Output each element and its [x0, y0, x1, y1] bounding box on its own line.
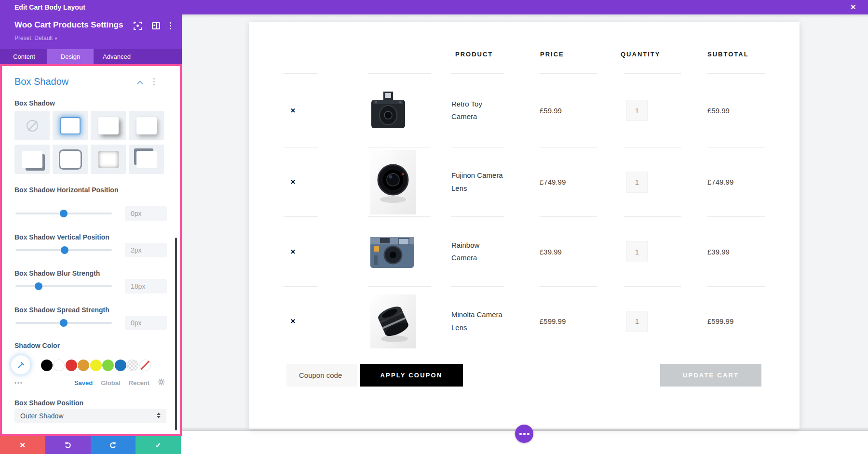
shadow-color-label: Shadow Color — [14, 341, 60, 351]
cart-row: ✕ Minolta Camera — [249, 286, 800, 356]
settings-title: Woo Cart Products Settings — [14, 20, 123, 30]
cart-row: ✕ Retro ToyCamera £59.99 1 £59.99 — [249, 73, 800, 147]
tab-design[interactable]: Design — [47, 49, 94, 64]
slider-track[interactable] — [15, 213, 112, 214]
shadow-preset-selected[interactable] — [53, 111, 88, 140]
undo-button[interactable] — [45, 436, 91, 454]
product-subtotal: £59.99 — [707, 107, 730, 115]
color-swatch-green[interactable] — [102, 360, 114, 371]
vertical-position-slider: 2px — [14, 243, 169, 257]
slider-track[interactable] — [15, 322, 112, 324]
blur-strength-label: Box Shadow Blur Strength — [14, 268, 100, 279]
blur-strength-value[interactable]: 18px — [125, 279, 167, 294]
settings-panel: Woo Cart Products Settings Preset: Defau… — [0, 14, 182, 454]
panel-options-kebab-icon[interactable] — [170, 22, 171, 29]
quantity-input[interactable]: 1 — [626, 311, 648, 332]
slider-thumb[interactable] — [61, 246, 68, 254]
column-header-subtotal: SUBTOTAL — [707, 51, 749, 58]
column-header-price: PRICE — [540, 51, 564, 58]
quantity-input[interactable]: 1 — [626, 172, 648, 193]
redo-button[interactable] — [91, 436, 136, 454]
more-colors-dots-icon[interactable]: ••• — [14, 380, 23, 386]
remove-item-icon[interactable]: ✕ — [290, 248, 296, 255]
product-price: £39.99 — [540, 248, 562, 256]
slider-thumb[interactable] — [60, 319, 68, 327]
coupon-code-input[interactable] — [286, 364, 357, 387]
product-image-fujinon-lens — [370, 150, 416, 214]
product-subtotal: £39.99 — [707, 248, 730, 256]
slider-track[interactable] — [15, 285, 112, 287]
color-swatch-transparent[interactable] — [127, 360, 138, 371]
shadow-preset-inner[interactable] — [91, 145, 126, 174]
discard-button[interactable]: ✕ — [0, 436, 45, 454]
palette-tab-recent[interactable]: Recent — [129, 379, 149, 387]
close-icon: ✕ — [20, 441, 26, 450]
slider-thumb[interactable] — [35, 282, 42, 290]
vertical-position-label: Box Shadow Vertical Position — [14, 232, 109, 243]
horizontal-position-value[interactable]: 0px — [125, 206, 167, 221]
color-swatch-orange[interactable] — [78, 360, 89, 371]
product-image-retro-toy-camera — [370, 91, 406, 130]
box-shadow-position-select[interactable]: Outer Shadow — [14, 409, 166, 423]
settings-tab-bar: Content Design Advanced — [0, 49, 182, 64]
palette-tab-saved[interactable]: Saved — [74, 379, 93, 387]
cart-row: ✕ Fujinon CameraLens £749.99 1 £ — [249, 147, 800, 216]
product-name: Fujinon CameraLens — [451, 169, 503, 195]
update-cart-button[interactable]: UPDATE CART — [660, 364, 761, 387]
product-price: £59.99 — [540, 107, 562, 115]
save-button[interactable]: ✓ — [136, 436, 181, 454]
gear-icon[interactable] — [158, 378, 165, 387]
color-swatch-white[interactable] — [53, 360, 65, 371]
spread-strength-label: Box Shadow Spread Strength — [14, 305, 109, 316]
spread-strength-slider: 0px — [14, 316, 169, 330]
slider-track[interactable] — [15, 249, 112, 251]
quantity-input[interactable]: 1 — [626, 100, 648, 121]
color-swatch-yellow[interactable] — [90, 360, 102, 371]
color-swatch-black[interactable] — [41, 360, 53, 371]
page-title: Edit Cart Body Layout — [14, 0, 85, 14]
product-name: Minolta CameraLens — [451, 308, 502, 334]
shadow-preset-none[interactable] — [14, 111, 50, 140]
horizontal-position-slider: 0px — [14, 206, 169, 221]
apply-coupon-button[interactable]: APPLY COUPON — [360, 364, 463, 387]
cart-products-card: PRODUCT PRICE QUANTITY SUBTOTAL ✕ Retro … — [249, 22, 800, 429]
shadow-color-swatches — [11, 355, 170, 376]
product-name: RainbowCamera — [451, 239, 479, 265]
panel-action-bar: ✕ ✓ — [0, 436, 181, 454]
box-shadow-settings-highlight: Box Shadow Box Shadow Box Shadow Horizon… — [0, 64, 182, 436]
shadow-preset-hard-bottom-right[interactable] — [14, 145, 50, 174]
table-footer-divider — [284, 356, 765, 356]
box-shadow-section-title[interactable]: Box Shadow — [14, 76, 68, 87]
section-options-kebab-icon[interactable] — [153, 78, 155, 85]
slider-thumb[interactable] — [60, 210, 68, 217]
box-shadow-position-label: Box Shadow Position — [14, 398, 83, 409]
settings-panel-header: Woo Cart Products Settings Preset: Defau… — [0, 14, 182, 49]
color-swatch-none[interactable] — [139, 360, 151, 371]
tab-content[interactable]: Content — [1, 49, 47, 64]
column-header-product: PRODUCT — [455, 51, 493, 58]
palette-tab-global[interactable]: Global — [101, 379, 120, 387]
remove-item-icon[interactable]: ✕ — [290, 318, 296, 325]
shadow-preset-border[interactable] — [53, 145, 88, 174]
remove-item-icon[interactable]: ✕ — [290, 107, 296, 114]
remove-item-icon[interactable]: ✕ — [290, 178, 296, 186]
shadow-preset-bottom[interactable] — [129, 111, 164, 140]
builder-top-bar: Edit Cart Body Layout ✕ — [0, 0, 868, 14]
color-swatch-red[interactable] — [66, 360, 77, 371]
tab-advanced[interactable]: Advanced — [94, 49, 140, 64]
shadow-preset-bottom-right[interactable] — [91, 111, 126, 140]
vertical-position-value[interactable]: 2px — [125, 243, 167, 257]
chevron-up-icon[interactable] — [137, 80, 143, 87]
shadow-preset-hard-top-left[interactable] — [129, 145, 164, 174]
quantity-input[interactable]: 1 — [626, 241, 648, 262]
panel-scrollbar[interactable] — [175, 238, 177, 430]
close-icon[interactable]: ✕ — [846, 0, 860, 14]
preset-selector[interactable]: Preset: Default▾ — [14, 35, 57, 41]
module-actions-dots-button[interactable] — [515, 425, 533, 443]
panel-layout-icon[interactable] — [151, 21, 160, 30]
cart-row: ✕ RainbowCamera £39.99 1 £39.99 — [249, 216, 800, 286]
focus-crosshair-icon[interactable] — [133, 21, 142, 30]
eyedropper-icon[interactable] — [11, 355, 30, 374]
color-swatch-blue[interactable] — [115, 360, 126, 371]
spread-strength-value[interactable]: 0px — [125, 316, 167, 330]
